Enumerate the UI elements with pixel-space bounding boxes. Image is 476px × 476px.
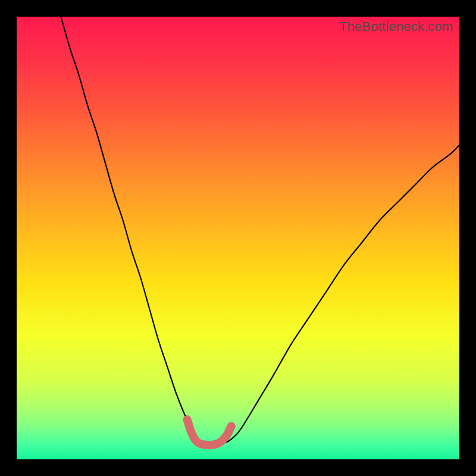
right-curve bbox=[225, 145, 459, 443]
chart-frame: TheBottleneck.com bbox=[0, 0, 476, 476]
valley-highlight bbox=[187, 419, 231, 445]
plot-area: TheBottleneck.com bbox=[17, 17, 459, 459]
curves-layer bbox=[17, 17, 459, 459]
left-curve bbox=[61, 17, 202, 444]
